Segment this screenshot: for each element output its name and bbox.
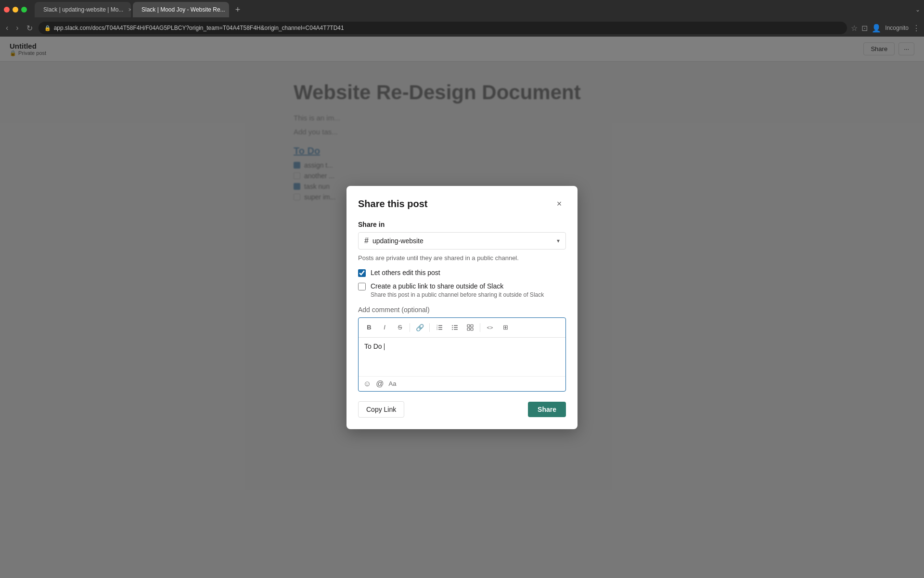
new-tab-button[interactable]: +: [231, 3, 244, 16]
incognito-label: Incognito: [885, 25, 909, 31]
lock-icon: 🔒: [44, 25, 51, 31]
optional-text: (optional): [401, 306, 429, 314]
browser-chrome: Slack | updating-website | Mo... ✕ Slack…: [0, 0, 924, 37]
public-link-checkbox[interactable]: [358, 283, 366, 290]
traffic-light-yellow[interactable]: [13, 7, 18, 13]
share-modal: Share this post × Share in # updating-we…: [346, 186, 578, 429]
copy-link-button[interactable]: Copy Link: [358, 401, 404, 418]
svg-rect-2: [438, 329, 442, 330]
modal-overlay: Share this post × Share in # updating-we…: [0, 37, 924, 578]
toolbar-code-button[interactable]: <>: [483, 321, 497, 334]
svg-rect-14: [467, 328, 470, 330]
public-link-sublabel: Share this post in a public channel befo…: [371, 291, 544, 298]
traffic-light-red[interactable]: [4, 7, 10, 13]
url-text: app.slack.com/docs/T04A4T58F4H/F04AG5PLB…: [54, 25, 344, 31]
modal-header: Share this post ×: [358, 197, 566, 211]
add-comment-text: Add comment: [358, 306, 399, 314]
cast-icon[interactable]: ⊡: [861, 24, 868, 33]
toolbar-ul-button[interactable]: [448, 321, 462, 334]
let-edit-label[interactable]: Let others edit this post: [371, 269, 440, 276]
account-icon[interactable]: 👤: [872, 24, 881, 33]
toolbar-ol-button[interactable]: 123: [433, 321, 446, 334]
toolbar-block-button[interactable]: ⊞: [499, 321, 512, 334]
mention-button[interactable]: @: [376, 380, 384, 388]
tab-expand-button[interactable]: ⌄: [915, 6, 920, 13]
public-link-label[interactable]: Create a public link to share outside of…: [371, 282, 503, 290]
tab-2-label: Slack | Mood Joy - Website Re...: [141, 6, 225, 13]
address-bar-actions: ☆ ⊡ 👤 Incognito ⋮: [851, 24, 920, 33]
share-button[interactable]: Share: [528, 402, 566, 417]
svg-point-7: [452, 327, 453, 328]
back-button[interactable]: ‹: [4, 22, 10, 34]
svg-text:3: 3: [436, 328, 438, 330]
tab-1[interactable]: Slack | updating-website | Mo... ✕: [35, 2, 131, 17]
toolbar-link-button[interactable]: 🔗: [413, 321, 426, 334]
tab-1-close[interactable]: ✕: [128, 7, 131, 13]
channel-select-left: # updating-website: [364, 236, 424, 245]
channel-select-dropdown[interactable]: # updating-website ▾: [358, 232, 566, 250]
toolbar-separator-1: [410, 323, 410, 332]
let-edit-checkbox[interactable]: [358, 269, 366, 277]
svg-rect-9: [454, 325, 458, 326]
editor-footer: ☺ @ Aa: [359, 376, 565, 391]
hint-text: Posts are private until they are shared …: [358, 254, 566, 262]
url-bar[interactable]: 🔒 app.slack.com/docs/T04A4T58F4H/F04AG5P…: [38, 22, 847, 34]
svg-rect-13: [471, 325, 473, 327]
toolbar-num-button[interactable]: [463, 321, 477, 334]
toolbar-separator-3: [480, 323, 480, 332]
public-link-label-group: Create a public link to share outside of…: [371, 282, 544, 298]
svg-rect-0: [438, 325, 442, 326]
editor-text-area[interactable]: To Do: [359, 338, 565, 376]
comment-section-label: Add comment (optional): [358, 306, 566, 314]
toolbar-bold-button[interactable]: B: [362, 321, 376, 334]
svg-point-6: [452, 325, 453, 326]
toolbar-strike-button[interactable]: S: [393, 321, 407, 334]
modal-footer: Copy Link Share: [358, 401, 566, 418]
bookmark-icon[interactable]: ☆: [851, 24, 858, 33]
toolbar-italic-button[interactable]: I: [378, 321, 391, 334]
svg-rect-15: [471, 328, 473, 330]
traffic-lights: [4, 7, 33, 13]
modal-close-button[interactable]: ×: [552, 197, 566, 211]
tab-bar: Slack | updating-website | Mo... ✕ Slack…: [0, 0, 924, 19]
share-in-label: Share in: [358, 221, 566, 228]
format-button[interactable]: Aa: [389, 380, 397, 387]
forward-button[interactable]: ›: [14, 22, 20, 34]
let-edit-checkbox-row: Let others edit this post: [358, 268, 566, 277]
text-cursor: [384, 343, 385, 350]
toolbar-separator-2: [429, 323, 430, 332]
modal-title: Share this post: [358, 198, 427, 210]
address-bar: ‹ › ↻ 🔒 app.slack.com/docs/T04A4T58F4H/F…: [0, 19, 924, 37]
chevron-down-icon: ▾: [557, 237, 560, 244]
reload-button[interactable]: ↻: [25, 22, 35, 35]
let-edit-label-group: Let others edit this post: [371, 268, 440, 277]
channel-hash-icon: #: [364, 236, 369, 245]
svg-rect-11: [454, 329, 458, 330]
comment-editor: B I S 🔗 123 <> ⊞ To Do: [358, 317, 566, 392]
emoji-button[interactable]: ☺: [363, 380, 371, 388]
svg-rect-12: [467, 325, 470, 327]
public-link-checkbox-row: Create a public link to share outside of…: [358, 282, 566, 298]
svg-rect-1: [438, 327, 442, 328]
tab-1-label: Slack | updating-website | Mo...: [43, 6, 123, 13]
editor-toolbar: B I S 🔗 123 <> ⊞: [359, 318, 565, 338]
menu-icon[interactable]: ⋮: [912, 24, 920, 33]
traffic-light-green[interactable]: [21, 7, 27, 13]
svg-point-8: [452, 329, 453, 330]
editor-text-content: To Do: [364, 342, 384, 350]
channel-name-label: updating-website: [372, 237, 424, 245]
tab-2[interactable]: Slack | Mood Joy - Website Re... ✕: [133, 2, 229, 17]
svg-rect-10: [454, 327, 458, 328]
